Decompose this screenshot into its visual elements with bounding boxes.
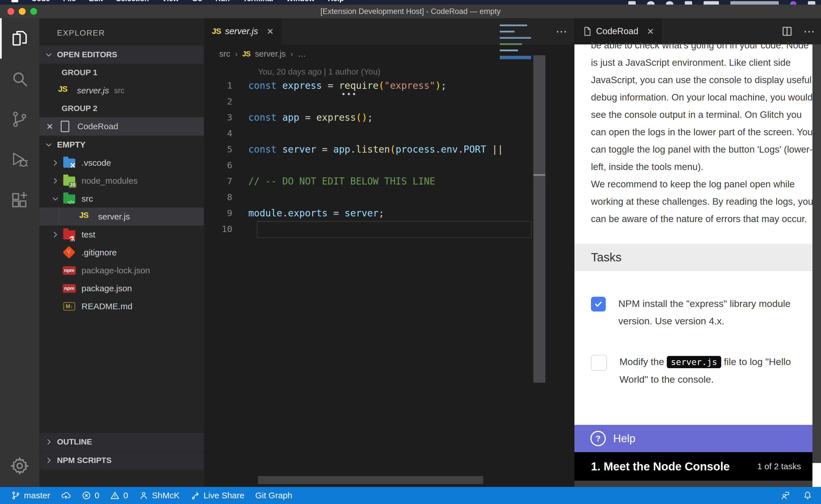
editor-actions-more-icon[interactable]: ⋯ [555, 25, 567, 38]
code-text: const app = express(); [248, 112, 373, 123]
code-line-7: 7// -- DO NOT EDIT BELOW THIS LINE [204, 173, 574, 189]
menu-selection[interactable]: Selection [116, 0, 149, 3]
statusbar-live-share[interactable]: Live Share [190, 491, 244, 500]
editor-horizontal-scrollbar[interactable] [258, 476, 483, 484]
warning-triangle-icon [110, 491, 120, 500]
split-editor-icon[interactable] [781, 25, 793, 37]
statusbar-label: master [24, 491, 50, 500]
chevron-down-icon[interactable] [51, 195, 63, 203]
breadcrumb-symbol[interactable]: … [298, 49, 306, 59]
tree-item-server-js[interactable]: JSserver.js [39, 208, 204, 226]
webview-scrollbar[interactable] [812, 44, 821, 487]
code-text: const express = require("express"); [248, 80, 446, 91]
tree-item-package-json[interactable]: npmpackage.json [39, 279, 204, 297]
editor-group-server-js: JS server.js ✕ ⋯ src › JS server.js › … … [204, 18, 574, 487]
open-editor-coderoad[interactable]: ✕CodeRoad [39, 117, 204, 136]
activity-run-debug-icon[interactable] [0, 140, 39, 180]
open-editor-server-js[interactable]: JSserver.jssrc [39, 81, 204, 100]
menu-view[interactable]: View [162, 0, 179, 3]
file-icon [582, 25, 592, 37]
bell-icon [803, 491, 812, 500]
menu-terminal[interactable]: Terminal [243, 0, 273, 3]
explorer-sidebar: EXPLORER OPEN EDITORS GROUP 1JSserver.js… [39, 18, 204, 487]
outline-section-header[interactable]: OUTLINE [39, 433, 204, 451]
statusbar-0[interactable]: 0 [110, 491, 128, 500]
cloud-upload-icon [61, 491, 71, 500]
menu-edit[interactable]: Edit [89, 0, 103, 3]
help-bar[interactable]: ? Help [574, 425, 812, 452]
task-item: NPM install the "express" library module… [591, 295, 814, 330]
close-editor-icon[interactable]: ✕ [46, 122, 53, 132]
tree-item-test[interactable]: ⚗test [39, 226, 204, 243]
statusbar-cloud-upload[interactable] [61, 491, 71, 500]
minimap-current-line [500, 56, 531, 59]
activity-explorer-icon[interactable] [0, 18, 39, 59]
menu-code[interactable]: Code [31, 0, 50, 3]
statusbar-feedback[interactable] [781, 491, 790, 500]
editor-vertical-scrollbar[interactable] [533, 55, 545, 383]
tree-item-readme-md[interactable]: M↓README.md [39, 297, 204, 315]
vscode-window: CodeFileEditSelectionViewGoRunTerminalWi… [0, 0, 821, 504]
menu-run[interactable]: Run [215, 0, 230, 3]
chevron-down-icon [44, 140, 57, 149]
close-tab-icon[interactable]: ✕ [267, 26, 274, 36]
tree-item-node_modules[interactable]: JSnode_modules [39, 172, 204, 190]
control-center-icon [808, 1, 815, 5]
npm-file-icon: npm [63, 282, 76, 295]
folder-section-header[interactable]: EMPTY [39, 136, 204, 154]
tree-item-src[interactable]: </>src [39, 190, 204, 208]
npm-scripts-section-header[interactable]: NPM SCRIPTS [39, 451, 204, 470]
task-checkbox-checked[interactable] [591, 297, 606, 312]
breadcrumb-server-js[interactable]: server.js [255, 49, 286, 59]
error-circle-icon [81, 491, 91, 500]
code-line-5: 5const server = app.listen(process.env.P… [204, 141, 574, 157]
minimap-line [500, 24, 527, 26]
statusbar-0[interactable]: 0 [81, 491, 99, 500]
menu-window[interactable]: Window [286, 0, 315, 3]
minimap-line [500, 43, 522, 45]
statusbar-master[interactable]: master [11, 491, 50, 500]
apple-menu-icon[interactable] [11, 0, 18, 2]
chevron-right-icon: › [235, 49, 238, 59]
vscode-file-icon: ✕ [63, 156, 76, 169]
breadcrumb-src[interactable]: src [219, 49, 230, 59]
statusbar-shmck[interactable]: ShMcK [139, 491, 179, 500]
breadcrumb: src › JS server.js › … [219, 44, 306, 63]
minimap[interactable] [500, 24, 531, 64]
chevron-right-icon[interactable] [51, 159, 63, 167]
chevron-right-icon[interactable] [51, 177, 63, 185]
code-line-9: 9module.exports = server; [204, 205, 574, 221]
chevron-right-icon[interactable] [51, 231, 63, 239]
menu-file[interactable]: File [63, 0, 76, 3]
activity-source-control-icon[interactable] [0, 99, 39, 140]
outline-label: OUTLINE [57, 437, 92, 446]
statusbar-bell[interactable] [803, 491, 812, 500]
menu-help[interactable]: Help [328, 0, 344, 3]
statusbar-git-graph[interactable]: Git Graph [255, 491, 292, 500]
tree-item-label: server.js [98, 212, 130, 222]
tree-item--gitignore[interactable]: ⑂.gitignore [39, 243, 204, 261]
code-text: const server = app.listen(process.env.PO… [248, 144, 503, 155]
line-number: 3 [204, 112, 232, 122]
open-editors-section-header[interactable]: OPEN EDITORS [39, 46, 204, 64]
tree-item-package-lock-json[interactable]: npmpackage-lock.json [39, 261, 204, 279]
code-text: module.exports = server; [248, 208, 384, 219]
feedback-icon [781, 491, 790, 500]
menu-go[interactable]: Go [192, 0, 202, 3]
settings-gear-icon[interactable] [0, 456, 39, 476]
lesson-footer: 1. Meet the Node Console 1 of 2 tasks [574, 452, 812, 481]
tasks-title: Tasks [591, 251, 622, 264]
webview-more-actions-icon[interactable]: ⋯ [803, 25, 815, 38]
inline-code-chip: server.js [667, 356, 721, 368]
tree-item--vscode[interactable]: ✕.vscode [39, 154, 204, 172]
code-editor[interactable]: 1const express = require("express");•••2… [204, 77, 574, 237]
lesson-paragraph: We recommend to keep the log panel open … [591, 175, 814, 228]
help-label: Help [613, 433, 636, 445]
open-editors-group-label: GROUP 1 [39, 64, 204, 81]
activity-extensions-icon[interactable] [0, 180, 39, 220]
activity-search-icon[interactable] [0, 59, 39, 99]
tab-server-js[interactable]: JS server.js ✕ [204, 18, 282, 44]
task-checkbox-unchecked[interactable] [591, 355, 607, 371]
minimap-line [500, 50, 518, 51]
close-tab-icon[interactable]: ✕ [647, 26, 654, 36]
